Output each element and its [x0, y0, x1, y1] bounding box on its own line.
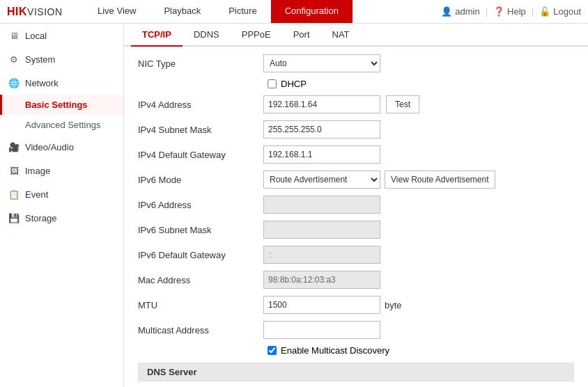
tab-tcpip[interactable]: TCP/IP: [131, 24, 183, 47]
view-route-button[interactable]: View Route Advertisement: [385, 171, 495, 189]
sidebar-item-basic-settings[interactable]: Basic Settings: [0, 95, 123, 115]
nic-type-select[interactable]: Auto 10M Half-dup 10M Full-dup 100M Half…: [263, 54, 380, 72]
tab-ddns[interactable]: DDNS: [183, 24, 231, 47]
logo: HIKVISION: [0, 6, 84, 18]
mac-address-input: [263, 271, 380, 289]
ipv4-subnet-label: IPv4 Subnet Mask: [138, 125, 263, 135]
multicast-input[interactable]: [263, 321, 380, 339]
ipv4-gateway-input[interactable]: [263, 145, 380, 164]
sidebar-item-video-audio[interactable]: 🎥 Video/Audio: [0, 135, 123, 159]
main-content: TCP/IP DDNS PPPoE Port NAT NIC Type Auto…: [124, 24, 588, 387]
user-icon: 👤: [441, 6, 452, 17]
event-icon: 📋: [8, 189, 20, 200]
tab-pppoe[interactable]: PPPoE: [231, 24, 282, 47]
dns-section-header: DNS Server: [138, 363, 574, 381]
ipv6-address-row: IPv6 Address: [138, 195, 574, 214]
ipv6-mode-row: IPv6 Mode Route Advertisement DHCP Manua…: [138, 170, 574, 189]
main-nav: Live View Playback Picture Configuration: [84, 0, 441, 23]
tab-nat[interactable]: NAT: [321, 24, 361, 47]
nic-type-label: NIC Type: [138, 58, 263, 69]
nav-configuration[interactable]: Configuration: [271, 0, 353, 23]
enable-multicast-checkbox[interactable]: [268, 346, 277, 355]
multicast-label: Multicast Address: [138, 325, 263, 335]
sidebar-item-network[interactable]: 🌐 Network: [0, 71, 123, 95]
nav-live-view[interactable]: Live View: [84, 0, 150, 23]
ipv6-subnet-input[interactable]: [263, 221, 380, 239]
ipv4-gateway-row: IPv4 Default Gateway: [138, 145, 574, 164]
sidebar-item-advanced-settings[interactable]: Advanced Settings: [0, 115, 123, 135]
sidebar-item-system[interactable]: ⚙ System: [0, 47, 123, 71]
enable-multicast-label[interactable]: Enable Multicast Discovery: [281, 345, 389, 356]
video-icon: 🎥: [8, 141, 20, 152]
form-section: NIC Type Auto 10M Half-dup 10M Full-dup …: [124, 47, 588, 387]
ipv6-gateway-label: IPv6 Default Gateway: [138, 250, 263, 260]
nic-type-row: NIC Type Auto 10M Half-dup 10M Full-dup …: [138, 54, 574, 73]
ipv6-address-input[interactable]: [263, 196, 380, 214]
network-icon: 🌐: [8, 77, 20, 88]
dhcp-row: DHCP: [138, 79, 574, 89]
admin-user[interactable]: 👤 admin: [441, 6, 479, 17]
logout-link[interactable]: 🔓 Logout: [539, 6, 581, 17]
tab-port[interactable]: Port: [282, 24, 321, 47]
ipv4-address-label: IPv4 Address: [138, 100, 263, 110]
header: HIKVISION Live View Playback Picture Con…: [0, 0, 588, 24]
ipv6-mode-label: IPv6 Mode: [138, 175, 263, 185]
dhcp-label[interactable]: DHCP: [281, 79, 307, 89]
monitor-icon: 🖥: [8, 30, 20, 41]
ipv6-gateway-input[interactable]: [263, 246, 380, 264]
ipv6-address-label: IPv6 Address: [138, 200, 263, 210]
ipv4-address-row: IPv4 Address Test: [138, 95, 574, 114]
sidebar: 🖥 Local ⚙ System 🌐 Network Basic Setting…: [0, 24, 124, 387]
image-icon: 🖼: [8, 165, 20, 176]
mtu-input[interactable]: [263, 296, 380, 314]
header-right: 👤 admin | ❓ Help | 🔓 Logout: [441, 6, 588, 17]
ipv6-mode-select[interactable]: Route Advertisement DHCP Manual: [263, 171, 380, 189]
content: 🖥 Local ⚙ System 🌐 Network Basic Setting…: [0, 24, 588, 387]
nav-picture[interactable]: Picture: [215, 0, 270, 23]
system-icon: ⚙: [8, 54, 20, 65]
ipv6-gateway-row: IPv6 Default Gateway: [138, 245, 574, 264]
ipv6-subnet-row: IPv6 Subnet Mask: [138, 220, 574, 239]
mtu-row: MTU byte: [138, 295, 574, 315]
ipv6-subnet-label: IPv6 Subnet Mask: [138, 225, 263, 235]
dhcp-checkbox[interactable]: [268, 79, 277, 88]
form-area: NIC Type Auto 10M Half-dup 10M Full-dup …: [124, 47, 588, 387]
test-button[interactable]: Test: [386, 95, 419, 113]
nav-playback[interactable]: Playback: [150, 0, 215, 23]
ipv4-subnet-row: IPv4 Subnet Mask: [138, 120, 574, 139]
ipv4-address-input[interactable]: [263, 95, 380, 113]
tab-bar: TCP/IP DDNS PPPoE Port NAT: [124, 24, 588, 47]
ipv4-subnet-input[interactable]: [263, 120, 380, 139]
enable-multicast-row: Enable Multicast Discovery: [138, 345, 574, 356]
sidebar-item-event[interactable]: 📋 Event: [0, 182, 123, 206]
sidebar-item-storage[interactable]: 💾 Storage: [0, 206, 123, 230]
logo-text: HIKVISION: [7, 6, 63, 18]
sidebar-item-image[interactable]: 🖼 Image: [0, 159, 123, 182]
sidebar-item-local[interactable]: 🖥 Local: [0, 24, 123, 47]
storage-icon: 💾: [8, 212, 20, 223]
mtu-unit: byte: [385, 300, 402, 310]
ipv4-gateway-label: IPv4 Default Gateway: [138, 150, 263, 160]
help-icon: ❓: [493, 6, 504, 17]
mtu-label: MTU: [138, 300, 263, 310]
mac-address-row: Mac Address: [138, 270, 574, 290]
multicast-row: Multicast Address: [138, 320, 574, 340]
logout-icon: 🔓: [539, 6, 550, 17]
mac-address-label: Mac Address: [138, 275, 263, 285]
help-link[interactable]: ❓ Help: [493, 6, 526, 17]
